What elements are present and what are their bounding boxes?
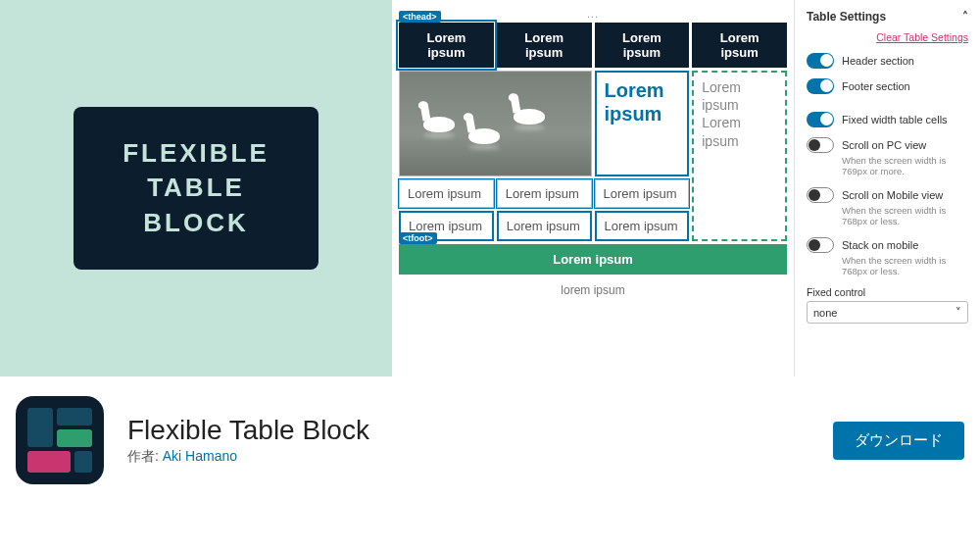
table-cell[interactable]: Lorem ipsum: [595, 211, 690, 241]
header-cell[interactable]: <thead>Lorem ipsum: [399, 23, 494, 68]
fixed-control-select[interactable]: none ˅: [807, 301, 968, 324]
focused-cell[interactable]: Lorem ipsum: [595, 71, 690, 176]
tfoot-tag-label: <tfoot>: [399, 232, 437, 244]
toggle-switch[interactable]: [807, 112, 834, 127]
toggle-stack-mobile[interactable]: Stack on mobile: [807, 237, 968, 253]
toggle-label: Footer section: [842, 80, 910, 92]
toggle-fixed-width[interactable]: Fixed width table cells: [807, 112, 968, 127]
header-cell[interactable]: Lorem ipsum: [595, 23, 690, 68]
toggle-switch[interactable]: [807, 187, 834, 203]
table-foot-row: <tfoot>Lorem ipsum: [399, 244, 787, 275]
toggle-label: Header section: [842, 55, 914, 67]
table-cell[interactable]: Lorem ipsum: [399, 179, 494, 208]
plugin-name: Flexible Table Block: [127, 415, 809, 446]
chevron-up-icon: ˄: [962, 10, 968, 24]
title-line: FLEXIBLE: [122, 136, 270, 171]
settings-sidebar: Table Settings ˄ Clear Table Settings He…: [794, 0, 980, 376]
merged-cell[interactable]: Lorem ipsum Lorem ipsum: [692, 71, 787, 241]
chevron-down-icon: ˅: [956, 306, 961, 319]
toggle-scroll-pc[interactable]: Scroll on PC view: [807, 137, 968, 153]
toggle-footer-section[interactable]: Footer section: [807, 78, 968, 94]
sidebar-title: Table Settings: [807, 10, 886, 24]
preview-table: <thead>Lorem ipsum Lorem ipsum Lorem ips…: [396, 20, 790, 277]
toggle-switch[interactable]: [807, 237, 834, 253]
plugin-title-box: FLEXIBLE TABLE BLOCK: [74, 107, 318, 269]
table-cell[interactable]: Lorem ipsum: [595, 179, 690, 208]
table-row: <tbody> Lorem ipsum Lorem ipsum Lorem ip…: [399, 71, 787, 176]
banner: FLEXIBLE TABLE BLOCK ... <thead>Lorem ip…: [0, 0, 980, 376]
toggle-label: Stack on mobile: [842, 239, 918, 251]
image-cell[interactable]: <tbody>: [399, 71, 592, 176]
toggle-label: Scroll on PC view: [842, 139, 926, 151]
table-caption[interactable]: lorem ipsum: [396, 277, 790, 303]
table-cell[interactable]: Lorem ipsum: [497, 179, 592, 208]
toggle-switch[interactable]: [807, 137, 834, 153]
table-cell[interactable]: Lorem ipsum: [497, 211, 592, 241]
clear-settings-link[interactable]: Clear Table Settings: [807, 31, 968, 43]
title-line: TABLE: [122, 171, 270, 205]
banner-left: FLEXIBLE TABLE BLOCK: [0, 0, 392, 376]
toggle-scroll-mobile[interactable]: Scroll on Mobile view: [807, 187, 968, 203]
plugin-header: Flexible Table Block 作者: Aki Hamano ダウンロ…: [0, 376, 980, 504]
toggle-note: When the screen width is 769px or more.: [842, 155, 968, 177]
thead-tag-label: <thead>: [399, 11, 441, 23]
toggle-note: When the screen width is 768px or less.: [842, 205, 968, 227]
download-button[interactable]: ダウンロード: [833, 422, 964, 460]
header-cell[interactable]: Lorem ipsum: [692, 23, 787, 68]
toggle-switch[interactable]: [807, 78, 834, 94]
toggle-header-section[interactable]: Header section: [807, 53, 968, 69]
toggle-label: Fixed width table cells: [842, 114, 948, 125]
author-link[interactable]: Aki Hamano: [163, 448, 237, 464]
drag-handle-icon[interactable]: ...: [396, 8, 790, 20]
table-head-row: <thead>Lorem ipsum Lorem ipsum Lorem ips…: [399, 23, 787, 68]
select-value: none: [813, 307, 837, 319]
fixed-control-label: Fixed control: [807, 286, 968, 298]
swan-image: [400, 72, 591, 175]
plugin-author: 作者: Aki Hamano: [127, 448, 809, 466]
header-cell[interactable]: Lorem ipsum: [497, 23, 592, 68]
toggle-switch[interactable]: [807, 53, 834, 69]
footer-cell[interactable]: <tfoot>Lorem ipsum: [399, 244, 787, 275]
plugin-icon: [16, 396, 104, 484]
editor-preview: ... <thead>Lorem ipsum Lorem ipsum Lorem…: [392, 0, 794, 376]
title-line: BLOCK: [122, 206, 270, 240]
toggle-note: When the screen width is 768px or less.: [842, 255, 968, 277]
toggle-label: Scroll on Mobile view: [842, 189, 943, 201]
author-prefix: 作者:: [127, 448, 163, 464]
sidebar-header[interactable]: Table Settings ˄: [807, 10, 968, 24]
plugin-meta: Flexible Table Block 作者: Aki Hamano: [127, 415, 809, 466]
